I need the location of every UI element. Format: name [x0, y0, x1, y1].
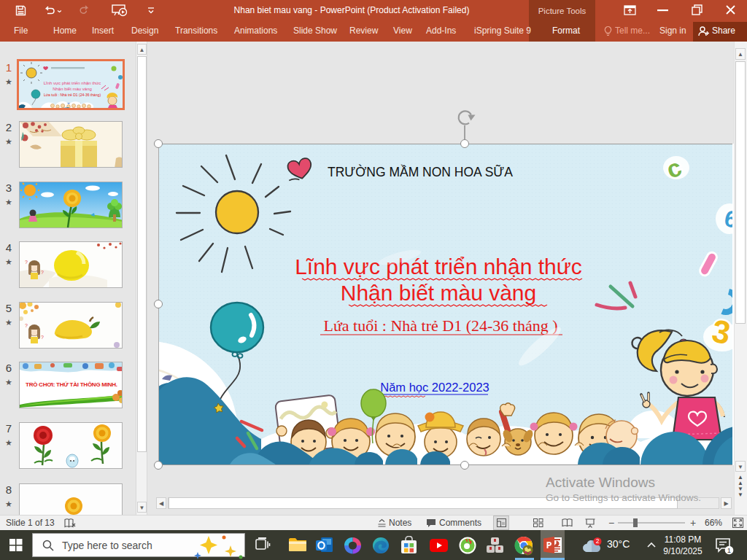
- svg-text:Lứa tuổi : Nhà trẻ D1 (24-36 t: Lứa tuổi : Nhà trẻ D1 (24-36 tháng ): [323, 316, 557, 335]
- svg-text:Nhận biết màu vàng: Nhận biết màu vàng: [53, 87, 92, 91]
- svg-text:Nhận biết màu vàng: Nhận biết màu vàng: [341, 281, 537, 305]
- svg-text:2: 2: [596, 537, 600, 545]
- svg-text:?: ?: [41, 335, 44, 340]
- svg-text:1: 1: [727, 546, 731, 554]
- svg-text:Lĩnh vực phát triển nhận thức: Lĩnh vực phát triển nhận thức: [295, 254, 582, 279]
- svg-text:?: ?: [25, 323, 28, 328]
- svg-text:Năm học 2022-2023: Năm học 2022-2023: [380, 381, 489, 394]
- svg-text:TRƯỜNG MẦM NON HOA SỮA: TRƯỜNG MẦM NON HOA SỮA: [328, 164, 513, 179]
- svg-text:?: ?: [41, 270, 44, 275]
- svg-text:Lĩnh vực phát triển nhận thức: Lĩnh vực phát triển nhận thức: [44, 81, 101, 85]
- svg-text:TRÒ CHƠI: THỨ TÀI THÔNG MINH.: TRÒ CHƠI: THỨ TÀI THÔNG MINH.: [26, 381, 117, 388]
- svg-text:Lứa tuổi : Nhà trẻ D1 (24-36 t: Lứa tuổi : Nhà trẻ D1 (24-36 tháng): [44, 93, 101, 97]
- svg-text:?: ?: [25, 260, 28, 265]
